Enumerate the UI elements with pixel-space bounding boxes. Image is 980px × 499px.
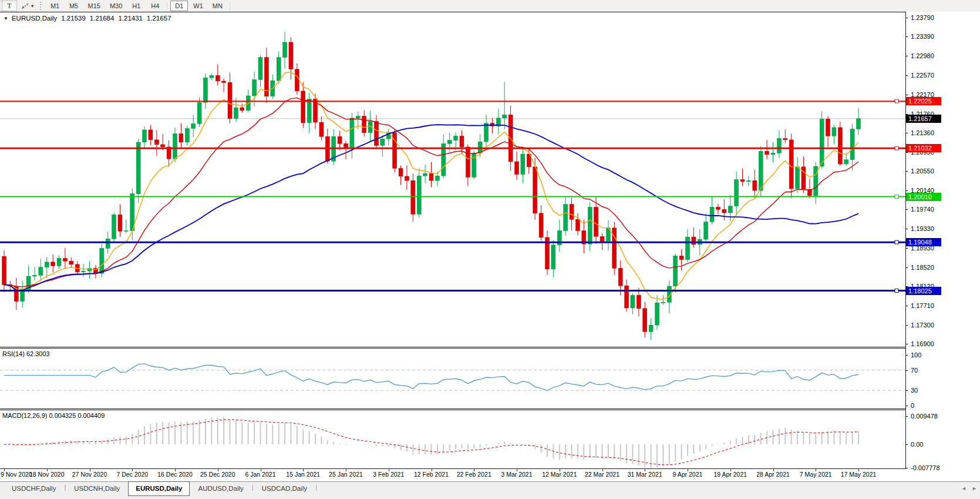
- rsi-panel[interactable]: [0, 349, 905, 408]
- timeframe-button-d1[interactable]: D1: [170, 1, 188, 11]
- date-axis-value: 31 Mar 2021: [621, 471, 668, 478]
- date-axis-value: 22 Feb 2021: [450, 471, 497, 478]
- timeframe-button-m5[interactable]: M5: [65, 1, 83, 11]
- chart-tab-bar: USDCHF,Daily|USDCNH,DailyEURUSD,DailyAUD…: [0, 481, 980, 499]
- text-tool-button[interactable]: T: [2, 1, 17, 11]
- date-axis-value: 25 Dec 2020: [194, 471, 241, 478]
- price-axis-tick: [905, 306, 908, 306]
- bid-price-badge: 1.21657: [906, 115, 941, 123]
- date-axis-value: 27 Nov 2020: [66, 471, 113, 478]
- timeframe-button-m1[interactable]: M1: [46, 1, 64, 11]
- date-axis-value: 16 Dec 2020: [151, 471, 198, 478]
- main-chart-panel[interactable]: [0, 13, 905, 347]
- timeframe-button-m15[interactable]: M15: [84, 1, 105, 11]
- rsi-axis-value: 0: [911, 402, 952, 409]
- price-axis-value: 1.19330: [911, 225, 952, 232]
- timeframe-button-h1[interactable]: H1: [127, 1, 145, 11]
- price-axis-tick: [905, 133, 908, 133]
- chart-tab-usdcnh[interactable]: USDCNH,Daily: [67, 483, 127, 495]
- price-axis-value: 1.23390: [911, 33, 952, 40]
- chart-tab-eurusd[interactable]: EURUSD,Daily: [128, 481, 190, 496]
- date-axis-value: 15 Jan 2021: [279, 471, 326, 478]
- price-axis-tick: [905, 325, 908, 326]
- price-line-badge: 1.21032: [906, 144, 941, 152]
- rsi-axis-tick: [905, 355, 908, 356]
- price-axis-tick: [905, 248, 908, 249]
- price-axis-tick: [905, 190, 908, 191]
- macd-panel[interactable]: [0, 410, 905, 468]
- price-axis-value: 1.19740: [911, 206, 952, 213]
- tabs: USDCHF,Daily|USDCNH,DailyEURUSD,DailyAUD…: [5, 482, 317, 496]
- date-axis-value: 25 Jan 2021: [322, 471, 369, 478]
- macd-axis-tick: [905, 468, 908, 468]
- line-handle[interactable]: [895, 240, 898, 244]
- line-handle[interactable]: [895, 289, 898, 293]
- tab-divider: |: [315, 484, 317, 491]
- chart-tab-usdchf[interactable]: USDCHF,Daily: [5, 483, 63, 495]
- rsi-axis-value: 70: [911, 367, 952, 374]
- timeframe-button-mn[interactable]: MN: [208, 1, 227, 11]
- tab-scroll-right-icon[interactable]: ►: [972, 485, 977, 491]
- rsi-axis-tick: [905, 406, 908, 406]
- tab-divider: |: [252, 484, 254, 491]
- price-axis-tick: [905, 209, 908, 210]
- date-axis-value: 12 Mar 2021: [536, 471, 583, 478]
- price-axis-tick: [905, 36, 908, 37]
- price-line-badge: 1.20010: [906, 193, 941, 201]
- date-axis-value: 22 Mar 2021: [579, 471, 626, 478]
- macd-axis-tick: [905, 416, 908, 417]
- date-axis-value: 9 Apr 2021: [664, 471, 711, 478]
- date-axis-value: 12 Feb 2021: [408, 471, 455, 478]
- mt4-window: T ▾ M1M5M15M30H1H4D1W1MN ▼ EURUSD,Daily …: [0, 0, 980, 499]
- date-axis-value: 6 Jan 2021: [237, 471, 284, 478]
- line-handle[interactable]: [895, 195, 898, 199]
- macd-axis-value: 0.00: [911, 441, 952, 448]
- pointer-cycle-button[interactable]: ▾: [18, 1, 36, 11]
- timeframe-button-w1[interactable]: W1: [189, 1, 207, 11]
- date-axis-value: 19 Apr 2021: [707, 471, 754, 478]
- price-axis-tick: [905, 344, 908, 344]
- timeframe-button-m30[interactable]: M30: [106, 1, 126, 11]
- date-axis-value: 28 Apr 2021: [750, 471, 797, 478]
- pointer-cycle-icon: [21, 2, 30, 9]
- toolbar: T ▾ M1M5M15M30H1H4D1W1MN: [0, 0, 980, 12]
- toolbar-grip[interactable]: [40, 2, 43, 10]
- timeframe-button-h4[interactable]: H4: [146, 1, 164, 11]
- toolbar-separator: [230, 2, 230, 11]
- chart-tab-usdcad[interactable]: USDCAD,Daily: [255, 483, 314, 495]
- price-axis-value: 1.16900: [911, 340, 952, 347]
- price-axis-value: 1.17300: [911, 321, 952, 329]
- date-axis-value: 3 Feb 2021: [365, 471, 412, 478]
- date-axis-value: 18 Nov 2020: [23, 471, 70, 478]
- panel-separator[interactable]: [0, 408, 906, 409]
- rsi-axis-value: 100: [911, 351, 952, 359]
- macd-axis-value: 0.009478: [911, 413, 952, 420]
- toolbar-separator: [167, 2, 167, 11]
- date-axis-value: 17 May 2021: [835, 471, 882, 478]
- chevron-down-icon: ▾: [31, 3, 34, 9]
- price-axis-value: 1.23790: [911, 14, 952, 21]
- rsi-axis-tick: [905, 390, 908, 391]
- price-line-badge: 1.22025: [906, 97, 941, 105]
- tab-scroll-left-icon[interactable]: ◄: [961, 485, 966, 491]
- price-axis-value: 1.21360: [911, 129, 952, 136]
- macd-axis-tick: [905, 444, 908, 445]
- tab-divider: |: [64, 484, 66, 491]
- price-axis-tick: [905, 95, 908, 95]
- chart-tab-audusd[interactable]: AUDUSD,Daily: [191, 483, 250, 495]
- panel-separator[interactable]: [0, 347, 906, 347]
- line-handle[interactable]: [895, 146, 898, 150]
- timeframe-group: M1M5M15M30H1H4D1W1MN: [46, 1, 233, 11]
- price-axis-value: 1.20550: [911, 168, 952, 175]
- price-axis-value: 1.18520: [911, 264, 952, 271]
- macd-axis-value: -0.007778: [911, 464, 952, 471]
- rsi-axis-value: 30: [911, 387, 952, 394]
- price-axis-value: 1.22570: [911, 72, 952, 79]
- price-axis-tick: [905, 18, 908, 18]
- candles: [2, 32, 861, 340]
- date-axis-value: 3 Mar 2021: [493, 471, 540, 478]
- price-axis-tick: [905, 75, 908, 76]
- line-handle[interactable]: [895, 99, 898, 103]
- price-axis-tick: [905, 229, 908, 229]
- price-axis-value: 1.17710: [911, 302, 952, 309]
